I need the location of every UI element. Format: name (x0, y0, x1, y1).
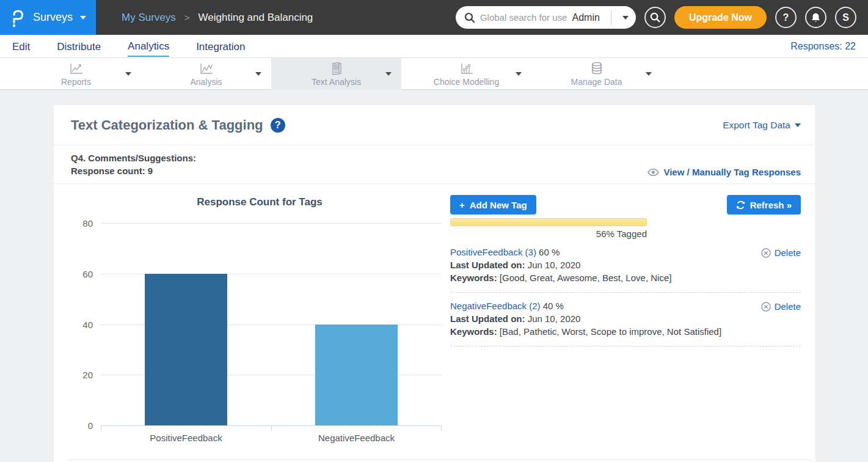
search-scope-divider (611, 10, 611, 25)
tagged-percent-label: 56% Tagged (450, 229, 647, 239)
search-scope-label: Admin (572, 12, 606, 23)
chevron-down-icon[interactable] (646, 72, 652, 76)
chevron-down-icon[interactable] (255, 72, 261, 76)
database-icon (589, 62, 604, 75)
breadcrumb-my-surveys[interactable]: My Surveys (122, 12, 176, 24)
chart-plot-area: 80 60 40 20 0 (101, 223, 442, 425)
chevron-down-icon (80, 16, 86, 20)
x-axis-tick (101, 425, 101, 431)
tab-distribute[interactable]: Distribute (57, 37, 101, 56)
question-mark-icon: ? (783, 12, 789, 23)
y-axis-tick-label: 20 (82, 370, 93, 380)
keywords-value: [Good, Great, Awesome, Best, Love, Nice] (500, 273, 672, 283)
refresh-button[interactable]: Refresh » (727, 195, 801, 215)
chevron-down-icon[interactable] (385, 72, 392, 76)
text-document-icon (330, 62, 343, 75)
tag-updated-line: Last Updated on: Jun 10, 2020 (450, 312, 801, 325)
upgrade-now-button[interactable]: Upgrade Now (674, 6, 767, 29)
tag-name-line: PositiveFeedback (3) 60 % (450, 246, 801, 258)
y-axis-tick-label: 80 (82, 218, 93, 229)
tab-analytics[interactable]: Analytics (128, 36, 169, 57)
chart-title: Response Count for Tags (89, 196, 430, 208)
global-search-input[interactable] (480, 12, 567, 23)
global-search-box[interactable]: Admin (456, 6, 636, 29)
panel-content: Response Count for Tags 80 60 40 20 0 (54, 184, 815, 443)
tag-updated-line: Last Updated on: Jun 10, 2020 (450, 258, 801, 271)
line-chart-icon (69, 62, 84, 75)
line-chart-icon (199, 62, 214, 75)
delete-label: Delete (775, 246, 801, 259)
view-manually-tag-link[interactable]: View / Manually Tag Responses (647, 167, 801, 177)
x-axis-tick (271, 425, 272, 431)
survey-tab-bar: Edit Distribute Analytics Integration Re… (0, 35, 868, 58)
delete-tag-button[interactable]: Delete (761, 246, 801, 259)
tags-panel: + Add New Tag Refresh » 56% Tagged (450, 188, 815, 443)
questionpro-logo-icon (10, 8, 26, 28)
tag-item-negative-feedback: NegativeFeedback (2) 40 % Last Updated o… (450, 299, 801, 346)
tag-name-link[interactable]: NegativeFeedback (2) (450, 301, 541, 311)
subnav-label: Text Analysis (312, 77, 361, 87)
subnav-manage-data[interactable]: Manage Data (531, 58, 662, 90)
add-new-tag-button[interactable]: + Add New Tag (450, 195, 536, 215)
x-axis-tick (441, 425, 442, 431)
subnav-label: Analysis (190, 77, 222, 87)
y-axis-tick-label: 0 (88, 420, 93, 431)
chevron-down-icon[interactable] (516, 72, 522, 76)
updated-value: Jun 10, 2020 (528, 260, 581, 270)
tagged-progress: 56% Tagged (450, 218, 647, 239)
question-info: Q4. Comments/Suggestions: Response count… (71, 152, 196, 177)
tag-item-positive-feedback: PositiveFeedback (3) 60 % Last Updated o… (450, 246, 801, 293)
breadcrumb: My Surveys > Weighting and Balancing (122, 12, 313, 24)
bar-negative-feedback[interactable] (315, 324, 398, 426)
x-axis-category-label: PositiveFeedback (101, 433, 271, 443)
search-scope-chevron-icon[interactable] (622, 16, 629, 20)
product-label: Surveys (33, 11, 73, 24)
product-switcher[interactable]: Surveys (0, 0, 96, 35)
add-new-tag-label: Add New Tag (470, 200, 527, 210)
panel-header: Text Categorization & Tagging ? Export T… (54, 105, 815, 145)
tag-name-line: NegativeFeedback (2) 40 % (450, 299, 801, 312)
tag-keywords-line: Keywords: [Bad, Pathetic, Worst, Scope t… (450, 325, 801, 338)
topbar-actions: Admin Upgrade Now ? S (456, 6, 856, 29)
refresh-icon (736, 200, 745, 210)
text-tagging-panel: Text Categorization & Tagging ? Export T… (54, 105, 815, 462)
delete-tag-button[interactable]: Delete (761, 300, 801, 313)
question-label: Q4. Comments/Suggestions: (71, 152, 196, 164)
subnav-choice-modelling[interactable]: Choice Modelling (401, 58, 531, 90)
tag-keywords-line: Keywords: [Good, Great, Awesome, Best, L… (450, 271, 801, 284)
breadcrumb-current-survey: Weighting and Balancing (199, 12, 313, 24)
chevron-down-icon[interactable] (125, 72, 131, 76)
view-manually-tag-label: View / Manually Tag Responses (663, 167, 801, 177)
question-summary-row: Q4. Comments/Suggestions: Response count… (54, 145, 815, 184)
bar-positive-feedback[interactable] (145, 274, 227, 425)
tab-edit[interactable]: Edit (12, 37, 30, 56)
bar-slot (101, 223, 271, 425)
updated-value: Jun 10, 2020 (528, 314, 581, 324)
help-icon[interactable]: ? (271, 118, 285, 133)
eye-icon (647, 169, 659, 176)
subnav-text-analysis[interactable]: Text Analysis (271, 58, 401, 90)
refresh-label: Refresh » (750, 200, 792, 210)
circled-x-icon (761, 302, 771, 312)
notifications-button[interactable] (805, 7, 826, 28)
responses-count[interactable]: Responses: 22 (790, 41, 856, 52)
subnav-label: Choice Modelling (434, 77, 499, 87)
response-count-label: Response count: 9 (71, 164, 196, 177)
account-avatar[interactable]: S (835, 7, 856, 28)
help-button[interactable]: ? (775, 7, 797, 28)
tag-percent: 60 % (539, 247, 560, 257)
tab-integration[interactable]: Integration (196, 37, 245, 56)
subnav-reports[interactable]: Reports (11, 58, 141, 90)
export-tag-data-dropdown[interactable]: Export Tag Data (723, 120, 801, 131)
y-axis-tick-label: 40 (82, 319, 93, 329)
keywords-label: Keywords: (450, 326, 497, 337)
tag-name-link[interactable]: PositiveFeedback (3) (450, 247, 536, 257)
page-title: Text Categorization & Tagging (71, 117, 263, 133)
subnav-analysis[interactable]: Analysis (141, 58, 271, 90)
search-button[interactable] (644, 7, 666, 28)
section-divider (68, 460, 814, 460)
question-mark-icon: ? (275, 120, 281, 131)
chevron-down-icon (795, 123, 801, 127)
bar-series (101, 223, 442, 425)
top-header-bar: Surveys My Surveys > Weighting and Balan… (0, 0, 868, 35)
